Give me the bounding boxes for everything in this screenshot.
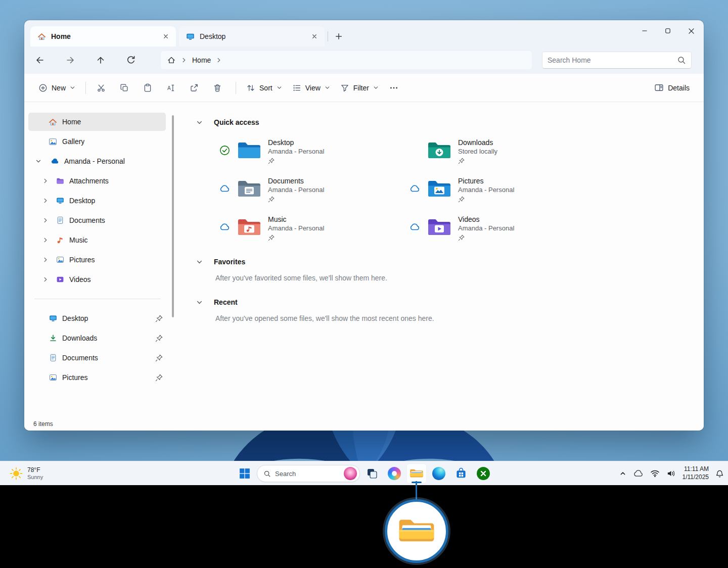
sidebar-item-label: Videos [69, 275, 91, 283]
close-button[interactable] [679, 20, 703, 41]
document-icon [56, 216, 64, 225]
item-name: Desktop [268, 138, 324, 147]
scrollbar-thumb[interactable] [172, 115, 174, 317]
section-recent[interactable]: Recent [196, 298, 704, 306]
chevron-down-icon[interactable] [196, 299, 203, 306]
copilot-button[interactable] [384, 463, 404, 484]
favorites-empty-text: After you've favorited some files, we'll… [215, 274, 704, 282]
chevron-down-icon[interactable] [196, 259, 203, 265]
pictures-icon [49, 373, 57, 382]
cloud-status-icon [408, 221, 421, 232]
chevron-right-icon[interactable] [42, 217, 49, 223]
quick-access-grid: Desktop Amanda - Personal Downloads Stor… [218, 138, 704, 242]
tab-desktop[interactable]: Desktop [179, 26, 325, 46]
sidebar-scrollbar[interactable] [170, 102, 176, 417]
desktop-folder-icon [237, 140, 262, 161]
rename-button[interactable]: A [161, 79, 181, 97]
new-tab-button[interactable] [331, 29, 346, 44]
wifi-icon[interactable] [650, 464, 660, 483]
breadcrumb[interactable]: Home [161, 51, 532, 69]
status-bar: 6 items [24, 417, 704, 431]
section-quick-access[interactable]: Quick access [196, 118, 704, 126]
weather-widget[interactable]: 78°F Sunny [5, 461, 47, 486]
start-button[interactable] [235, 463, 255, 484]
sidebar-pinned-desktop[interactable]: Desktop [28, 309, 166, 327]
chevron-right-icon[interactable] [42, 178, 49, 184]
sidebar-item-attachments[interactable]: Attachments [28, 172, 166, 190]
maximize-button[interactable] [656, 20, 679, 41]
details-button[interactable]: Details [649, 79, 695, 97]
edge-button[interactable] [429, 463, 449, 484]
sort-button[interactable]: Sort [241, 79, 287, 97]
search-box[interactable] [542, 52, 692, 69]
quick-access-item-pictures[interactable]: Pictures Amanda - Personal [408, 177, 599, 203]
file-explorer-callout [385, 499, 448, 563]
sidebar-item-home[interactable]: Home [28, 113, 166, 131]
breadcrumb-segment[interactable]: Home [192, 56, 211, 64]
more-options-button[interactable] [384, 79, 404, 97]
hidden-icons-chevron[interactable] [619, 464, 626, 483]
chevron-right-icon[interactable] [42, 257, 49, 263]
quick-access-item-desktop[interactable]: Desktop Amanda - Personal [218, 138, 408, 165]
clock-widget[interactable]: 11:11 AM 1/11/2025 [682, 465, 709, 481]
up-button[interactable] [92, 52, 109, 69]
tab-close-icon[interactable] [308, 30, 321, 42]
sidebar-item-onedrive-amanda[interactable]: Amanda - Personal [28, 152, 166, 170]
section-favorites[interactable]: Favorites [196, 258, 704, 266]
sidebar-item-label: Attachments [69, 177, 109, 185]
onedrive-tray-icon[interactable] [633, 464, 644, 483]
search-input[interactable] [548, 56, 677, 64]
task-view-button[interactable] [362, 463, 382, 484]
home-breadcrumb-icon[interactable] [167, 56, 176, 65]
minimize-button[interactable] [633, 20, 656, 41]
microsoft-store-button[interactable] [451, 463, 471, 484]
new-button[interactable]: New [33, 79, 80, 97]
chevron-right-icon[interactable] [216, 57, 222, 63]
sidebar-item-desktop[interactable]: Desktop [28, 192, 166, 210]
sidebar-item-documents[interactable]: Documents [28, 211, 166, 229]
quick-access-item-downloads[interactable]: Downloads Stored locally [408, 138, 599, 165]
copy-button[interactable] [114, 79, 134, 97]
sidebar-pinned-pictures[interactable]: Pictures [28, 368, 166, 387]
taskbar-search[interactable]: Search [257, 465, 360, 482]
system-tray: 11:11 AM 1/11/2025 [619, 461, 724, 486]
delete-button[interactable] [207, 79, 228, 97]
pin-icon [268, 234, 275, 242]
sidebar-pinned-documents[interactable]: Documents [28, 349, 166, 367]
view-button[interactable]: View [287, 79, 335, 97]
item-name: Downloads [458, 138, 497, 147]
filter-button[interactable]: Filter [335, 79, 384, 97]
tab-label: Home [51, 32, 155, 40]
chevron-down-icon[interactable] [196, 119, 203, 126]
sidebar-item-pictures[interactable]: Pictures [28, 251, 166, 269]
bing-daily-image[interactable] [344, 467, 357, 480]
chevron-right-icon[interactable] [42, 237, 49, 243]
paste-button[interactable] [138, 79, 158, 97]
file-explorer-button[interactable] [406, 463, 427, 484]
chevron-right-icon[interactable] [42, 198, 49, 204]
pin-icon [155, 374, 163, 382]
pin-icon [155, 315, 163, 322]
quick-access-item-videos[interactable]: Videos Amanda - Personal [408, 215, 599, 242]
notifications-bell-icon[interactable] [715, 464, 724, 483]
cut-button[interactable] [91, 79, 111, 97]
chevron-down-icon[interactable] [35, 158, 41, 164]
sidebar-item-music[interactable]: Music [28, 231, 166, 249]
tab-close-icon[interactable] [160, 30, 172, 42]
sidebar-item-videos[interactable]: Videos [28, 270, 166, 289]
sidebar-item-gallery[interactable]: Gallery [28, 132, 166, 151]
refresh-button[interactable] [122, 52, 140, 69]
pin-icon [268, 158, 275, 165]
chevron-right-icon[interactable] [42, 276, 49, 282]
volume-icon[interactable] [666, 464, 676, 483]
forward-button[interactable] [62, 52, 79, 69]
xbox-button[interactable] [473, 463, 493, 484]
back-button[interactable] [31, 52, 49, 69]
sidebar-pinned-downloads[interactable]: Downloads [28, 329, 166, 347]
section-title: Recent [214, 298, 238, 306]
quick-access-item-documents[interactable]: Documents Amanda - Personal [218, 177, 408, 203]
share-button[interactable] [184, 79, 204, 97]
tab-home[interactable]: Home [30, 26, 176, 46]
quick-access-item-music[interactable]: Music Amanda - Personal [218, 215, 408, 242]
search-icon[interactable] [677, 56, 686, 65]
